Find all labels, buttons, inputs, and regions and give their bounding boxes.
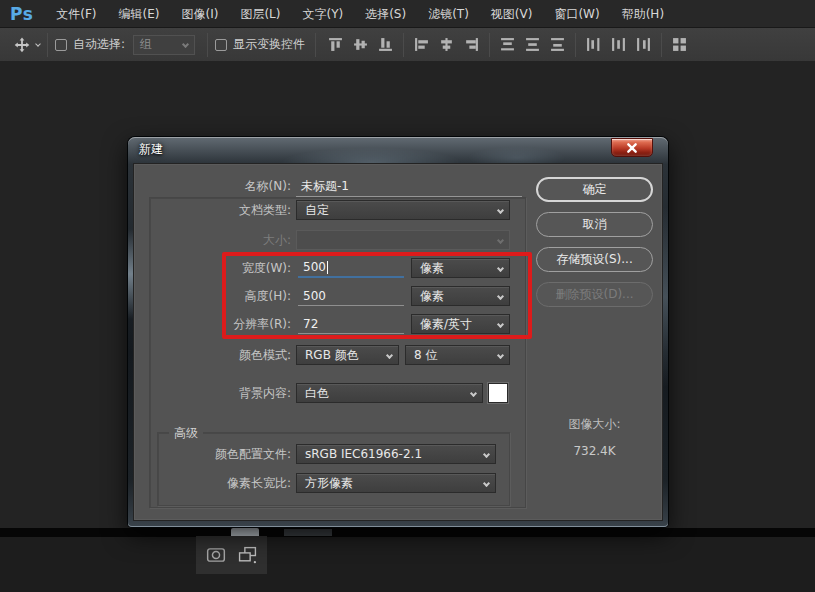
background-color-swatch[interactable] <box>488 383 508 403</box>
advanced-label: 高级 <box>169 425 203 442</box>
doc-type-label: 文档类型: <box>134 200 291 220</box>
menu-items: 文件(F)编辑(E)图像(I)图层(L)文字(Y)选择(S)滤镜(T)视图(V)… <box>45 0 675 28</box>
menu-item[interactable]: 文字(Y) <box>291 0 354 28</box>
pixel-aspect-dropdown[interactable]: 方形像素 <box>296 473 496 493</box>
pixel-aspect-label: 像素长宽比: <box>134 473 291 493</box>
image-size-info: 图像大小: 732.4K <box>536 416 653 458</box>
width-label: 宽度(W): <box>134 258 291 278</box>
resolution-input[interactable]: 72 <box>298 314 404 334</box>
group-select-value: 组 <box>140 36 152 53</box>
height-input[interactable]: 500 <box>298 286 404 306</box>
separator <box>403 33 404 57</box>
glass-highlight <box>663 207 668 387</box>
chevron-down-icon <box>497 292 504 299</box>
menu-item[interactable]: 窗口(W) <box>543 0 610 28</box>
auto-select-label: 自动选择: <box>73 36 125 53</box>
chevron-down-icon <box>182 41 189 48</box>
chevron-down-icon <box>497 206 504 213</box>
color-mode-dropdown[interactable]: RGB 颜色 <box>296 345 399 365</box>
chevron-down-icon <box>497 236 504 243</box>
width-unit-dropdown[interactable]: 像素 <box>411 258 510 278</box>
chevron-down-icon <box>386 351 393 358</box>
height-value: 500 <box>303 289 326 303</box>
photoshop-logo: Ps <box>10 4 33 24</box>
group-select-dropdown[interactable]: 组 <box>133 35 195 55</box>
chevron-down-icon[interactable] <box>35 41 41 47</box>
separator <box>575 33 576 57</box>
close-icon <box>627 143 637 153</box>
photoshop-window: Ps 文件(F)编辑(E)图像(I)图层(L)文字(Y)选择(S)滤镜(T)视图… <box>0 0 815 592</box>
chevron-down-icon <box>470 389 477 396</box>
dialog-title: 新建 <box>139 137 163 162</box>
resolution-unit-dropdown[interactable]: 像素/英寸 <box>411 314 510 334</box>
color-profile-label: 颜色配置文件: <box>134 444 291 464</box>
doc-type-value: 自定 <box>305 202 329 219</box>
auto-align-layers-icon[interactable] <box>671 36 688 53</box>
screenshot-toolbar <box>196 536 267 574</box>
save-preset-button[interactable]: 存储预设(S)... <box>536 247 653 272</box>
pixel-aspect-value: 方形像素 <box>305 475 353 492</box>
align-top-edges-icon[interactable] <box>327 36 344 53</box>
close-button[interactable] <box>611 138 653 157</box>
width-value: 500 <box>303 260 326 274</box>
doc-type-dropdown[interactable]: 自定 <box>296 200 510 220</box>
distribute-right-edges-icon[interactable] <box>635 36 652 53</box>
menu-bar: Ps 文件(F)编辑(E)图像(I)图层(L)文字(Y)选择(S)滤镜(T)视图… <box>0 0 815 28</box>
menu-item[interactable]: 视图(V) <box>480 0 544 28</box>
background-contents-value: 白色 <box>305 385 329 402</box>
resolution-unit-value: 像素/英寸 <box>420 316 472 333</box>
color-profile-value: sRGB IEC61966-2.1 <box>305 447 422 461</box>
name-input[interactable]: 未标题-1 <box>296 176 522 197</box>
ok-button[interactable]: 确定 <box>536 177 653 202</box>
dialog-titlebar[interactable]: 新建 <box>128 137 668 163</box>
distribute-left-edges-icon[interactable] <box>585 36 602 53</box>
align-bottom-edges-icon[interactable] <box>377 36 394 53</box>
height-unit-dropdown[interactable]: 像素 <box>411 286 510 306</box>
chevron-down-icon <box>497 351 504 358</box>
show-transform-label: 显示变换控件 <box>233 36 305 53</box>
distribute-bottom-edges-icon[interactable] <box>549 36 566 53</box>
color-profile-dropdown[interactable]: sRGB IEC61966-2.1 <box>296 444 496 464</box>
move-tool-icon[interactable] <box>13 36 31 54</box>
color-mode-label: 颜色模式: <box>134 345 291 365</box>
image-size-value: 732.4K <box>536 444 653 458</box>
show-transform-checkbox[interactable] <box>215 39 227 51</box>
text-caret <box>327 261 328 274</box>
height-unit-value: 像素 <box>420 288 444 305</box>
desktop-area <box>0 537 815 592</box>
menu-item[interactable]: 图像(I) <box>171 0 230 28</box>
separator <box>47 33 48 57</box>
distribute-vertical-centers-icon[interactable] <box>524 36 541 53</box>
width-input[interactable]: 500 <box>298 258 404 278</box>
chevron-down-icon <box>497 264 504 271</box>
cancel-button[interactable]: 取消 <box>536 212 653 237</box>
distribute-horizontal-centers-icon[interactable] <box>610 36 627 53</box>
menu-item[interactable]: 文件(F) <box>45 0 107 28</box>
align-right-edges-icon[interactable] <box>463 36 480 53</box>
align-vertical-centers-icon[interactable] <box>352 36 369 53</box>
menu-item[interactable]: 帮助(H) <box>611 0 675 28</box>
chevron-down-icon <box>497 320 504 327</box>
auto-select-checkbox[interactable] <box>55 39 67 51</box>
options-bar: 自动选择: 组 显示变换控件 <box>0 28 815 62</box>
align-left-edges-icon[interactable] <box>413 36 430 53</box>
new-document-dialog: 新建 名称(N): 未标题-1 文档类型: 自定 大小: <box>128 137 668 527</box>
height-label: 高度(H): <box>134 286 291 306</box>
menu-item[interactable]: 滤镜(T) <box>417 0 480 28</box>
image-size-label: 图像大小: <box>536 416 653 433</box>
separator <box>661 33 662 57</box>
name-label: 名称(N): <box>134 176 291 196</box>
camera-icon[interactable] <box>206 545 226 565</box>
overlap-windows-icon[interactable] <box>237 545 257 565</box>
separator <box>489 33 490 57</box>
menu-item[interactable]: 选择(S) <box>354 0 417 28</box>
window-fragment <box>284 529 332 536</box>
background-contents-dropdown[interactable]: 白色 <box>296 383 483 403</box>
menu-item[interactable]: 图层(L) <box>229 0 291 28</box>
size-dropdown <box>296 230 510 250</box>
window-fragment <box>231 528 259 536</box>
distribute-top-edges-icon[interactable] <box>499 36 516 53</box>
bit-depth-dropdown[interactable]: 8 位 <box>405 345 510 365</box>
menu-item[interactable]: 编辑(E) <box>108 0 171 28</box>
align-horizontal-centers-icon[interactable] <box>438 36 455 53</box>
